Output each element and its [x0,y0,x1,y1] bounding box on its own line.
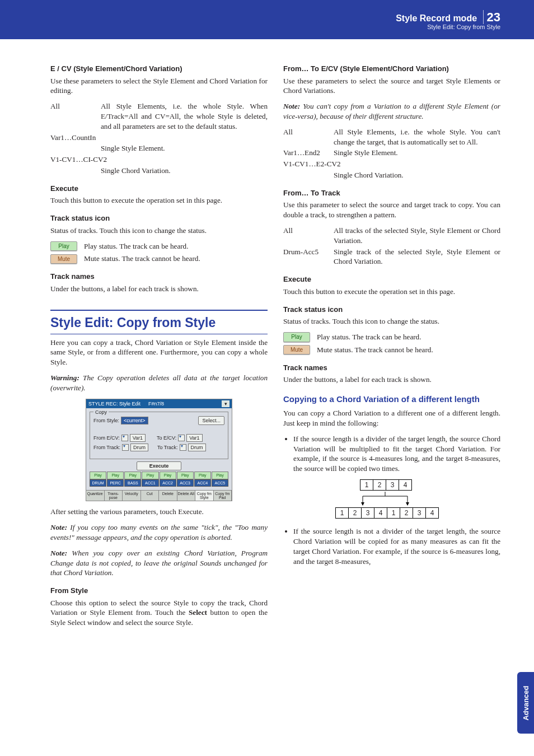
track-name: ACC3 [177,479,194,487]
bullet: If the source length is a divider of the… [293,434,500,474]
menu-dropdown-icon[interactable]: ▾ [222,400,229,407]
heading-execute: Execute [50,184,268,194]
def-term: V1-CV1…E2-CV2 [283,159,341,169]
track-play-button[interactable]: Play [90,472,106,479]
track-play-row: Play Play Play Play Play Play Play Play [90,472,228,479]
mute-status-icon[interactable]: Mute [283,345,310,355]
note: Note: When you copy over an existing Cho… [50,548,268,578]
text: Status of tracks. Touch this icon to cha… [283,316,500,326]
diagram-cell: 2 [400,507,413,519]
text: Use this parameter to select the source … [283,200,500,220]
to-ecv-label: To E/CV: [157,435,176,441]
play-status-icon[interactable]: Play [50,241,77,251]
header-title: Style Record mode [396,13,477,23]
heading-from-to-ecv: From… To E/CV (Style Element/Chord Varia… [283,64,500,74]
track-name-row: DRUM PERC BASS ACC1 ACC2 ACC3 ACC4 ACC5 [90,479,228,487]
text: After setting the various parameters, to… [50,507,268,517]
page-number: 23 [483,10,500,24]
text: Use these parameters to select the sourc… [283,76,500,96]
track-play-button[interactable]: Play [212,472,228,479]
text: Under the buttons, a label for each trac… [283,375,500,385]
execute-button[interactable]: Execute [137,461,182,470]
tab[interactable]: Velocity [123,491,141,501]
track-name: ACC5 [212,479,228,487]
from-ecv-value[interactable]: Var1 [130,434,146,442]
mute-status-desc: Mute status. The track cannot be heard. [317,345,433,355]
shot-title: STYLE REC: Style Edit [88,400,140,407]
tab[interactable]: Copy fm Pad [214,491,232,501]
track-play-button[interactable]: Play [160,472,176,479]
tab[interactable]: Trans- pose [105,491,123,501]
bullet: If the source length is not a divider of… [293,526,500,566]
play-status-desc: Play status. The track can be heard. [317,332,421,342]
text: Here you can copy a track, Chord Variati… [50,338,268,367]
track-play-button[interactable]: Play [194,472,211,479]
text: You can copy a Chord Variation to a diff… [283,408,500,428]
dropdown-icon[interactable] [178,435,185,441]
from-ecv-label: From E/CV: [93,435,120,441]
def-desc: Single Chord Variation. [334,170,500,180]
def-desc: Single Style Element. [101,143,268,153]
to-ecv-value[interactable]: Var1 [186,434,202,442]
to-track-label: To Track: [157,444,178,451]
diagram-cell: 3 [386,479,399,491]
def-term: V1-CV1…CI-CV2 [50,155,107,165]
def-desc: All Style Elements, i.e. the whole Style… [334,127,500,147]
to-track-value[interactable]: Drum [188,444,206,451]
diagram-cell: 4 [425,507,439,519]
track-name: PERC [107,479,124,487]
tab-selected[interactable]: Copy fm Style [195,491,214,501]
header-bar: Style Record mode 23 Style Edit: Copy fr… [0,0,534,39]
diagram-cell: 1 [360,479,373,491]
play-status-icon[interactable]: Play [283,332,310,342]
from-style-value[interactable]: <current> [121,417,148,424]
heading-ecv: E / CV (Style Element/Chord Variation) [50,64,268,74]
text: Touch this button to execute the operati… [50,195,268,206]
text: Status of tracks. Touch this icon to cha… [50,226,268,236]
track-name: BASS [124,479,141,487]
diagram-cell: 4 [374,507,387,519]
heading-from-to-track: From… To Track [283,188,500,198]
tab[interactable]: Quantize [86,491,105,501]
track-play-button[interactable]: Play [142,472,158,479]
def-term: Drum-Acc5 [283,247,334,267]
diagram-cell: 1 [335,507,349,519]
side-tab-advanced[interactable]: Advanced [517,672,534,734]
def-desc: Single Style Element. [334,148,500,158]
screenshot-style-edit: STYLE REC: Style Edit F#n7/8 ▾ Copy From… [86,399,232,502]
track-name: ACC2 [160,479,176,487]
def-desc: All tracks of the selected Style, Style … [334,226,500,246]
track-play-button[interactable]: Play [177,472,194,479]
track-name: ACC4 [194,479,211,487]
def-term: All [283,226,334,246]
text: Touch this button to execute the operati… [283,287,500,297]
track-name: ACC1 [142,479,158,487]
select-button[interactable]: Select... [198,416,224,425]
tab[interactable]: Delete [159,491,177,501]
from-style-label: From Style: [93,417,119,424]
note: Note: You can't copy from a Variation to… [283,101,500,122]
def-desc: All Style Elements, i.e. the whole Style… [101,101,268,131]
dropdown-icon[interactable] [121,435,128,441]
shot-tempo: F#n7/8 [148,400,164,407]
diagram-cell: 4 [399,479,412,491]
from-track-value[interactable]: Drum [130,444,148,451]
def-term: All [50,101,101,131]
heading-track-names: Track names [283,363,500,373]
left-column: E / CV (Style Element/Chord Variation) U… [50,56,268,633]
dropdown-icon[interactable] [180,444,186,451]
tab[interactable]: Cut [141,491,160,501]
diagram-cell: 2 [373,479,386,491]
track-play-button[interactable]: Play [124,472,141,479]
diagram-cell: 3 [413,507,426,519]
def-desc: Single Chord Variation. [101,166,268,176]
note: Note: If you copy too many events on the… [50,522,268,543]
heading-track-status: Track status icon [283,305,500,315]
track-play-button[interactable]: Play [107,472,124,479]
heading-track-names: Track names [50,272,268,282]
def-desc: Single track of the selected Style, Styl… [334,247,500,267]
track-name: DRUM [90,479,106,487]
tab[interactable]: Delete All [177,491,196,501]
mute-status-icon[interactable]: Mute [50,254,77,264]
dropdown-icon[interactable] [122,444,129,451]
